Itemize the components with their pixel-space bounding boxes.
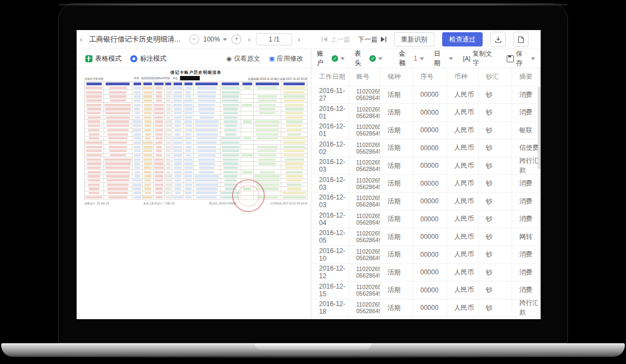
cell-summary[interactable]: 消费 [512, 210, 541, 228]
prev-article-button[interactable]: 上一篇 [322, 35, 350, 44]
cell-deposit-type[interactable]: 活期 [380, 210, 413, 228]
cell-serial[interactable]: 00000 [413, 193, 447, 210]
cell-summary[interactable]: 银联 [512, 122, 541, 139]
cell-summary[interactable]: 网转 [512, 228, 541, 246]
cell-summary[interactable]: 跨行汇款 [512, 157, 541, 175]
cell-deposit-type[interactable]: 活期 [380, 300, 413, 317]
cell-summary[interactable]: 信使费 [512, 139, 541, 157]
cell-deposit-type[interactable]: 活期 [380, 246, 413, 263]
cell-account[interactable]: 1102026501056286490 [349, 193, 380, 210]
header-dropdown[interactable]: 表头 ✓ [355, 49, 382, 68]
cell-account[interactable]: 1102026501056286490 [349, 210, 380, 228]
cell-currency[interactable]: 人民币 [447, 122, 479, 139]
cell-summary[interactable]: 消费 [512, 246, 541, 263]
cell-currency[interactable]: 人民币 [447, 300, 479, 317]
cell-currency[interactable]: 人民币 [447, 175, 479, 192]
cell-cash[interactable]: 钞 [479, 175, 512, 192]
cell-cash[interactable]: 钞 [479, 193, 512, 210]
cell-work-date[interactable]: 2016-12-15 [312, 281, 349, 299]
apply-changes-button[interactable]: ▣ 应用修改 [269, 54, 303, 63]
page-indicator-input[interactable]: 1 /1 [256, 33, 292, 45]
cell-account[interactable]: 1102026501056286490 [349, 139, 380, 157]
cell-work-date[interactable]: 2016-12-05 [312, 228, 349, 246]
cell-work-date[interactable]: 2016-12-03 [312, 157, 349, 175]
cell-cash[interactable]: 钞 [479, 122, 512, 139]
cell-cash[interactable]: 钞 [479, 281, 512, 299]
cell-account[interactable]: 1102026501056286490 [349, 246, 380, 263]
cell-work-date[interactable]: 2016-12-01 [312, 104, 349, 121]
view-original-button[interactable]: ◉ 仅看原文 [227, 54, 260, 63]
cell-account[interactable]: 1102026501056286490 [349, 281, 380, 299]
cell-deposit-type[interactable]: 活期 [380, 193, 413, 210]
cell-cash[interactable]: 钞 [479, 210, 512, 228]
zoom-level-dropdown[interactable]: 100% [202, 36, 229, 43]
scrollbar-thumb[interactable] [538, 87, 541, 169]
cell-currency[interactable]: 人民币 [447, 246, 479, 263]
cell-cash[interactable]: 钞 [479, 300, 512, 317]
zoom-out-icon[interactable]: − [189, 34, 199, 44]
export-file-button[interactable] [513, 32, 529, 47]
cell-summary[interactable]: 消费 [512, 104, 541, 121]
cell-account[interactable]: 1102026501056286490 [349, 104, 380, 121]
amount-dropdown[interactable]: 金额 1 [399, 49, 424, 68]
cell-serial[interactable]: 00000 [413, 175, 447, 192]
cell-summary[interactable]: 消费 [512, 175, 541, 192]
cell-serial[interactable]: 00000 [413, 228, 447, 246]
reocr-button[interactable]: 重新识别 [394, 32, 434, 46]
page-prev-icon[interactable]: ‹ [245, 35, 254, 44]
cell-summary[interactable]: 消费 [512, 86, 541, 104]
copy-text-button[interactable]: A 复制文字 [463, 49, 498, 68]
cell-summary[interactable]: 跨行汇款 [512, 300, 541, 317]
date-dropdown[interactable]: 日期 [434, 49, 453, 68]
cell-currency[interactable]: 人民币 [447, 139, 479, 157]
cell-work-date[interactable]: 2016-11-27 [312, 86, 349, 104]
page-next-icon[interactable]: › [294, 35, 304, 44]
cell-currency[interactable]: 人民币 [447, 210, 479, 228]
cell-cash[interactable]: 钞 [479, 139, 512, 157]
cell-account[interactable]: 1102026501056286490 [349, 122, 380, 139]
approve-button[interactable]: 检查通过 [442, 32, 483, 46]
cell-deposit-type[interactable]: 活期 [380, 139, 413, 157]
cell-currency[interactable]: 人民币 [447, 104, 479, 121]
cell-account[interactable]: 1102026501056286490 [349, 86, 380, 104]
cell-cash[interactable]: 钞 [479, 246, 512, 263]
back-icon[interactable]: ‹ [77, 35, 86, 44]
cell-deposit-type[interactable]: 活期 [380, 104, 413, 121]
cell-account[interactable]: 1102026501056286490 [349, 300, 380, 317]
cell-serial[interactable]: 00000 [413, 264, 447, 281]
cell-cash[interactable]: 钞 [479, 86, 512, 104]
cell-deposit-type[interactable]: 活期 [380, 281, 413, 299]
cell-serial[interactable]: 00000 [413, 139, 447, 157]
cell-deposit-type[interactable]: 活期 [380, 228, 413, 246]
cell-work-date[interactable]: 2016-12-01 [312, 122, 349, 139]
cell-work-date[interactable]: 2016-12-02 [312, 139, 349, 157]
cell-cash[interactable]: 钞 [479, 264, 512, 281]
cell-serial[interactable]: 00000 [413, 122, 447, 139]
cell-serial[interactable]: 00000 [413, 281, 447, 299]
cell-cash[interactable]: 钞 [479, 228, 512, 246]
cell-account[interactable]: 1102026501056286490 [349, 175, 380, 192]
cell-account[interactable]: 1102026501056286490 [349, 264, 380, 281]
cell-work-date[interactable]: 2016-12-03 [312, 175, 349, 192]
cell-currency[interactable]: 人民币 [447, 264, 479, 281]
cell-cash[interactable]: 钞 [479, 157, 512, 175]
cell-serial[interactable]: 00000 [413, 246, 447, 263]
cell-currency[interactable]: 人民币 [447, 228, 479, 246]
cell-serial[interactable]: 00000 [413, 157, 447, 175]
cell-work-date[interactable]: 2016-12-12 [312, 264, 349, 281]
cell-serial[interactable]: 00000 [413, 86, 447, 104]
cell-currency[interactable]: 人民币 [447, 157, 479, 175]
cell-summary[interactable]: 消费 [512, 281, 541, 299]
cell-serial[interactable]: 00000 [413, 300, 447, 317]
save-button[interactable]: 保存 [507, 49, 535, 68]
cell-currency[interactable]: 人民币 [447, 193, 479, 210]
next-article-button[interactable]: 下一篇 [358, 35, 386, 44]
cell-account[interactable]: 1102026501056286490 [349, 157, 380, 175]
cell-summary[interactable]: 消费 [512, 264, 541, 281]
cell-summary[interactable]: 消费 [512, 193, 541, 210]
cell-deposit-type[interactable]: 活期 [380, 157, 413, 175]
cell-currency[interactable]: 人民币 [447, 281, 479, 299]
cell-account[interactable]: 1102026501056286490 [349, 228, 380, 246]
cell-deposit-type[interactable]: 活期 [380, 264, 413, 281]
cell-cash[interactable]: 钞 [479, 104, 512, 121]
